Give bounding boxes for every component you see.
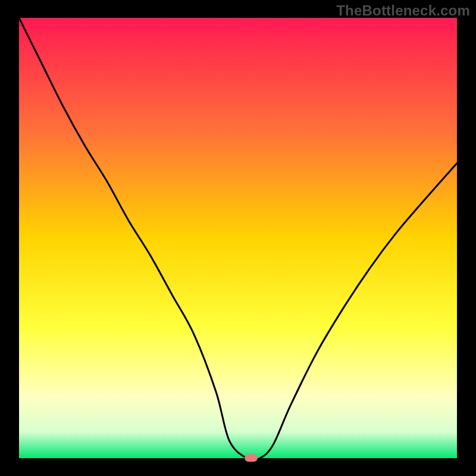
bottleneck-plot bbox=[19, 18, 457, 458]
chart-frame: TheBottleneck.com bbox=[0, 0, 476, 476]
current-position-marker bbox=[245, 454, 258, 462]
plot-svg bbox=[19, 18, 457, 458]
watermark-text: TheBottleneck.com bbox=[336, 2, 470, 19]
